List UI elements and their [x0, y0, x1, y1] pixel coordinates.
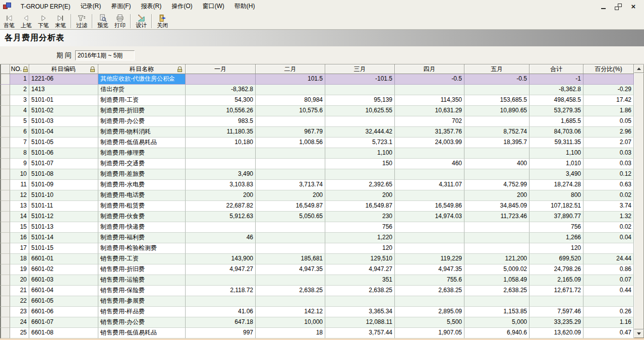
cell-no[interactable]: 19: [10, 264, 29, 275]
cell-code[interactable]: 6601-05: [29, 296, 98, 307]
cell-no[interactable]: 7: [10, 138, 29, 148]
cell-no[interactable]: 15: [10, 222, 29, 233]
row-selector-cell[interactable]: [0, 74, 10, 85]
menu-interface[interactable]: 界面(F): [106, 1, 136, 12]
prev-record-button[interactable]: 上笔: [18, 13, 35, 29]
cell-m1[interactable]: 11,180.35: [186, 127, 256, 138]
cell-total[interactable]: 13,620.09: [530, 328, 583, 338]
cell-total[interactable]: 756: [530, 222, 583, 233]
cell-m1[interactable]: 54,300: [186, 95, 256, 106]
cell-m3[interactable]: 10,625.55: [325, 106, 395, 116]
table-row[interactable]: 186601-01销售费用-工资143,900185,681129,510119…: [0, 254, 634, 264]
cell-m2[interactable]: 1,008.56: [256, 138, 325, 148]
row-selector-cell[interactable]: [0, 85, 10, 95]
cell-m2[interactable]: 101.5: [256, 74, 325, 85]
cell-total[interactable]: 1,100: [530, 148, 583, 159]
cell-m2[interactable]: 10,575.6: [256, 106, 325, 116]
design-button[interactable]: 设计: [133, 13, 150, 29]
row-selector-cell[interactable]: [0, 116, 10, 127]
cell-name[interactable]: 制造费用-差旅费: [98, 169, 186, 180]
cell-name[interactable]: 制造费用-物料消耗: [98, 127, 186, 138]
table-row[interactable]: 115101-09制造费用-水电费3,103.833,713.742,392.6…: [0, 180, 634, 190]
cell-m5[interactable]: [464, 169, 530, 180]
cell-no[interactable]: 23: [10, 307, 29, 317]
cell-no[interactable]: 18: [10, 254, 29, 264]
cell-m2[interactable]: 80,984: [256, 95, 325, 106]
cell-no[interactable]: 21: [10, 286, 29, 296]
row-selector-cell[interactable]: [0, 138, 10, 148]
cell-m5[interactable]: 4,752.99: [464, 180, 530, 190]
column-header-m1[interactable]: 一月: [186, 64, 256, 74]
cell-name[interactable]: 制造费用-低值易耗品: [98, 138, 186, 148]
row-selector-cell[interactable]: [0, 328, 10, 338]
cell-m3[interactable]: [325, 169, 395, 180]
cell-name[interactable]: 制造费用-伙食费: [98, 212, 186, 222]
scroll-up-button[interactable]: [634, 64, 644, 73]
cell-name[interactable]: 销售费用-办公费: [98, 317, 186, 328]
row-selector-cell[interactable]: [0, 212, 10, 222]
table-row[interactable]: 226601-05销售费用-参展费: [0, 296, 634, 307]
cell-total[interactable]: 2,165.09: [530, 275, 583, 286]
cell-m4[interactable]: 119,229: [395, 254, 464, 264]
cell-m4[interactable]: 4,311.07: [395, 180, 464, 190]
cell-m1[interactable]: [186, 296, 256, 307]
cell-code[interactable]: 5101-12: [29, 212, 98, 222]
table-row[interactable]: 135101-11制造费用-租赁费22,687.8216,549.8716,54…: [0, 201, 634, 212]
menu-operation[interactable]: 操作(O): [166, 1, 197, 12]
cell-m4[interactable]: [395, 233, 464, 243]
column-header-m3[interactable]: 三月: [325, 64, 395, 74]
cell-pct[interactable]: 0.04: [583, 233, 634, 243]
filter-button[interactable]: 过滤: [73, 13, 90, 29]
cell-total[interactable]: 18,274.28: [530, 180, 583, 190]
cell-m1[interactable]: 41.06: [186, 307, 256, 317]
cell-no[interactable]: 10: [10, 169, 29, 180]
cell-m3[interactable]: 32,444.42: [325, 127, 395, 138]
cell-m1[interactable]: 3,490: [186, 169, 256, 180]
cell-m3[interactable]: 16,549.87: [325, 201, 395, 212]
cell-m4[interactable]: 702: [395, 116, 464, 127]
cell-m3[interactable]: 120: [325, 243, 395, 254]
cell-m2[interactable]: [256, 116, 325, 127]
cell-code[interactable]: 5101-09: [29, 180, 98, 190]
cell-total[interactable]: -1: [530, 74, 583, 85]
cell-total[interactable]: 33,235.29: [530, 317, 583, 328]
cell-m3[interactable]: 4,947.27: [325, 264, 395, 275]
cell-m2[interactable]: 4,947.35: [256, 264, 325, 275]
cell-m4[interactable]: 5,500: [395, 317, 464, 328]
cell-pct[interactable]: 0.02: [583, 190, 634, 201]
cell-no[interactable]: 22: [10, 296, 29, 307]
row-selector-cell[interactable]: [0, 106, 10, 116]
cell-no[interactable]: 3: [10, 95, 29, 106]
table-row[interactable]: 95101-07制造费用-交通费1504604001,0100.03: [0, 159, 634, 169]
cell-m4[interactable]: [395, 85, 464, 95]
last-record-button[interactable]: 末笔: [52, 13, 69, 29]
cell-m3[interactable]: 1,220: [325, 233, 395, 243]
table-row[interactable]: 65101-04制造费用-物料消耗11,180.35967.7932,444.4…: [0, 127, 634, 138]
cell-m3[interactable]: 756: [325, 222, 395, 233]
menu-help[interactable]: 帮助(H): [229, 1, 260, 12]
cell-pct[interactable]: [583, 296, 634, 307]
cell-m3[interactable]: 3,365.34: [325, 307, 395, 317]
cell-pct[interactable]: 0.63: [583, 180, 634, 190]
cell-total[interactable]: 800: [530, 190, 583, 201]
cell-total[interactable]: 120: [530, 243, 583, 254]
cell-no[interactable]: 5: [10, 116, 29, 127]
cell-m2[interactable]: 967.79: [256, 127, 325, 138]
cell-m5[interactable]: -0.5: [464, 74, 530, 85]
table-row[interactable]: 246601-07销售费用-办公费647.1810,00012,088.115,…: [0, 317, 634, 328]
cell-no[interactable]: 12: [10, 190, 29, 201]
table-row[interactable]: 206601-03销售费用-运输费351755.61,058.492,165.0…: [0, 275, 634, 286]
cell-m2[interactable]: [256, 159, 325, 169]
cell-total[interactable]: 1,266: [530, 233, 583, 243]
cell-m5[interactable]: 1,058.49: [464, 275, 530, 286]
cell-no[interactable]: 14: [10, 212, 29, 222]
cell-m3[interactable]: [325, 116, 395, 127]
cell-m1[interactable]: 647.18: [186, 317, 256, 328]
cell-m4[interactable]: [395, 222, 464, 233]
row-selector-cell[interactable]: [0, 127, 10, 138]
cell-m3[interactable]: [325, 296, 395, 307]
scrollbar-thumb[interactable]: [634, 73, 644, 329]
cell-m2[interactable]: 16,549.87: [256, 201, 325, 212]
cell-m1[interactable]: [186, 148, 256, 159]
cell-m4[interactable]: 31,357.76: [395, 127, 464, 138]
